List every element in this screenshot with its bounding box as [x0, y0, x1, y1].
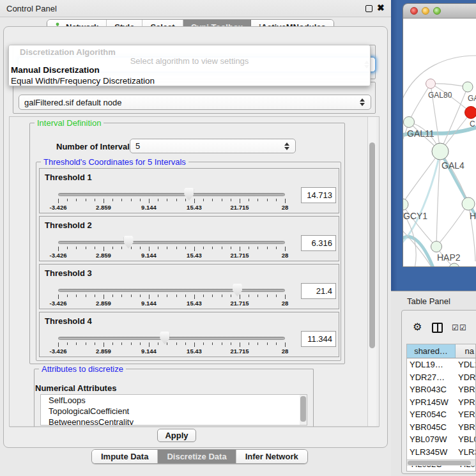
- table-row[interactable]: YBR045CYBR0: [407, 421, 475, 434]
- cell[interactable]: YPR145W: [407, 396, 456, 409]
- scrollbar-thumb[interactable]: [300, 396, 306, 422]
- table-row[interactable]: YDR27…YDR2: [407, 371, 475, 384]
- node-label: GCY1: [403, 211, 427, 221]
- node-label: GAL80: [428, 91, 452, 100]
- table-row[interactable]: YPR145WYPR1: [407, 396, 475, 409]
- scrollbar-thumb[interactable]: [408, 461, 471, 465]
- node-gcy1[interactable]: [403, 199, 408, 210]
- node-h[interactable]: [462, 197, 475, 210]
- tick-label: -3.426: [43, 300, 73, 307]
- table-data-group: Table Data galFiltered.sif default node: [13, 82, 376, 114]
- bottom-tab-bar: Impute Data Discretize Data Infer Networ…: [91, 449, 308, 464]
- cell[interactable]: YPR1: [456, 396, 475, 409]
- combo-arrows-icon: [360, 98, 365, 107]
- cell[interactable]: YDL19…: [407, 358, 456, 371]
- node-gal11[interactable]: [404, 117, 415, 128]
- tick-label: 2.859: [88, 348, 119, 355]
- list-item[interactable]: BetweennessCentrality: [41, 417, 307, 426]
- checkbox-icon[interactable]: ☑: [452, 323, 459, 332]
- number-of-intervals-combobox[interactable]: 5: [130, 139, 296, 153]
- table-horizontal-scrollbar[interactable]: [407, 459, 475, 466]
- cell[interactable]: YBR045C: [407, 421, 456, 434]
- tick-label: 15.43: [179, 348, 210, 355]
- table-row[interactable]: YLR345WYLR3: [407, 446, 475, 459]
- table-panel-title: Table Panel: [407, 296, 450, 306]
- tick-label: -3.426: [43, 252, 73, 259]
- table-row[interactable]: YER054CYER0: [407, 408, 475, 421]
- node-hap2[interactable]: [431, 242, 442, 252]
- node-gal4[interactable]: [432, 143, 449, 160]
- cell[interactable]: YBL0: [456, 433, 475, 446]
- table-row[interactable]: YDL19…YDL1: [407, 358, 475, 371]
- gear-icon[interactable]: ⚙: [413, 321, 422, 333]
- tab-label: Impute Data: [101, 452, 148, 461]
- cell[interactable]: YBR0: [456, 383, 475, 396]
- node-label: HAP2: [437, 252, 461, 263]
- cell[interactable]: YDR27…: [407, 371, 456, 384]
- tab-discretize-data[interactable]: Discretize Data: [158, 450, 236, 463]
- threshold-value-field[interactable]: 11.344: [301, 331, 336, 347]
- cell[interactable]: YBR0: [456, 421, 475, 434]
- tick-label: 28: [270, 204, 300, 211]
- node-gal80[interactable]: [426, 79, 436, 89]
- list-item[interactable]: TopologicalCoefficient: [41, 406, 307, 417]
- cell[interactable]: YDL1: [456, 358, 475, 371]
- network-view-window: GAL80 GA C GAL11 GAL4 H GCY1 HAP2: [403, 3, 476, 267]
- cell[interactable]: YBL079W: [407, 433, 456, 446]
- table-row[interactable]: YBR043CYBR0: [407, 383, 475, 396]
- table-row[interactable]: YBL079WYBL0: [407, 433, 475, 446]
- column-header-shared[interactable]: shared…: [407, 344, 456, 358]
- threshold-slider: -3.426 2.859 9.144 15.43 21.715 28 14.71…: [40, 169, 339, 213]
- list-item[interactable]: SelfLoops: [41, 395, 307, 406]
- slider-track[interactable]: [58, 241, 285, 244]
- ghost-group-label: Discretization Algorithm: [20, 47, 116, 57]
- cell[interactable]: YER054C: [407, 408, 456, 421]
- close-icon[interactable]: ✖: [377, 3, 385, 13]
- tick-label: 21.715: [224, 348, 255, 355]
- popup-item-manual-discretization[interactable]: Manual Discretization: [10, 65, 368, 75]
- tick-label: 9.144: [134, 300, 164, 307]
- slider-track[interactable]: [58, 193, 285, 196]
- cell[interactable]: YLR345W: [407, 446, 456, 459]
- combo-value: galFiltered.sif default node: [24, 98, 121, 107]
- tick-label: 28: [270, 300, 300, 307]
- node-table: shared… na YDL19…YDL1 YDR27…YDR2 YBR043C…: [406, 344, 476, 472]
- node-ga[interactable]: [463, 82, 473, 92]
- tick-label: 15.43: [179, 300, 210, 307]
- cell[interactable]: YLR3: [456, 446, 475, 459]
- split-table-icon[interactable]: [432, 323, 443, 333]
- tick-label: 9.144: [134, 204, 164, 211]
- node-label: GAL11: [407, 128, 434, 139]
- apply-button[interactable]: Apply: [157, 429, 196, 442]
- zoom-traffic-light-icon[interactable]: [433, 7, 441, 15]
- threshold-value-field[interactable]: 14.713: [301, 187, 336, 203]
- threshold-value-field[interactable]: 6.316: [301, 235, 336, 251]
- node-partial-bottom[interactable]: [449, 263, 459, 267]
- group-label: Threshold's Coordinates for 5 Intervals: [41, 157, 188, 167]
- vertical-scrollbar[interactable]: [367, 117, 376, 426]
- table-data-combobox[interactable]: galFiltered.sif default node: [19, 95, 371, 110]
- scrollbar-thumb[interactable]: [369, 142, 375, 348]
- network-window-titlebar[interactable]: [403, 4, 476, 19]
- cell[interactable]: YBR043C: [407, 383, 456, 396]
- minimize-traffic-light-icon[interactable]: [422, 7, 429, 15]
- tab-infer-network[interactable]: Infer Network: [236, 450, 307, 463]
- slider-track[interactable]: [58, 337, 285, 340]
- attributes-list-scrollbar[interactable]: [300, 395, 307, 425]
- threshold-value-field[interactable]: 21.4: [301, 283, 336, 299]
- tick-label: 28: [270, 348, 300, 355]
- close-traffic-light-icon[interactable]: [410, 7, 418, 15]
- slider-scale: -3.426 2.859 9.144 15.43 21.715 28: [58, 252, 286, 259]
- slider-track[interactable]: [58, 289, 285, 292]
- float-window-icon[interactable]: [365, 5, 372, 12]
- network-canvas[interactable]: GAL80 GA C GAL11 GAL4 H GCY1 HAP2: [403, 19, 476, 267]
- column-header-name[interactable]: na: [456, 344, 475, 358]
- node-red-selected[interactable]: [465, 107, 476, 119]
- popup-item-equal-width-frequency[interactable]: Equal Width/Frequency Discretization: [10, 76, 368, 86]
- cell[interactable]: YDR2: [456, 371, 475, 384]
- checkbox-icon[interactable]: ☑: [459, 323, 466, 332]
- number-of-intervals-label: Number of Intervals: [56, 142, 134, 151]
- tab-impute-data[interactable]: Impute Data: [92, 450, 158, 463]
- numerical-attributes-list: SelfLoops TopologicalCoefficient Between…: [40, 394, 307, 426]
- cell[interactable]: YER0: [456, 408, 475, 421]
